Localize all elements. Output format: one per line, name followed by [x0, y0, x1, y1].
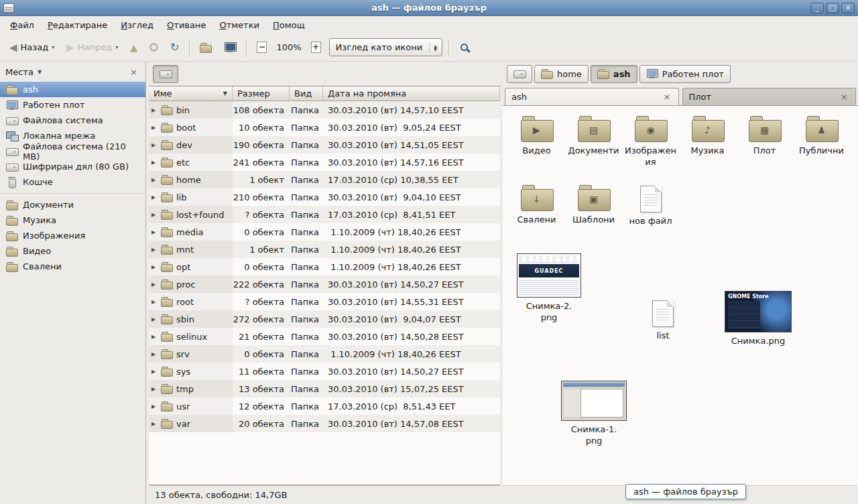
- sidebar-item[interactable]: Файлова система: [0, 113, 145, 128]
- table-row[interactable]: ▶ sbin 272 обекта Папка 30.03.2010 (вт) …: [149, 310, 500, 328]
- menu-item[interactable]: Помощ: [267, 17, 311, 33]
- breadcrumb-button[interactable]: home: [534, 65, 589, 83]
- column-header-size[interactable]: Размер: [233, 86, 290, 101]
- zoom-in-button[interactable]: +: [307, 38, 325, 56]
- maximize-button[interactable]: □: [826, 3, 839, 13]
- table-row[interactable]: ▶ bin 108 обекта Папка 30.03.2010 (вт) 1…: [149, 101, 500, 119]
- icon-view-item[interactable]: GUADEC Снимка-2. png: [512, 253, 586, 324]
- zoom-out-button[interactable]: −: [253, 38, 271, 56]
- expander-icon[interactable]: ▶: [151, 421, 158, 427]
- column-header-name[interactable]: Име ▼: [149, 86, 233, 101]
- icon-view-item[interactable]: ▶ Видео: [508, 115, 565, 168]
- icon-view-item[interactable]: ▣ Шаблони: [565, 184, 622, 227]
- chevron-down-icon[interactable]: ▼: [38, 69, 42, 75]
- sidebar-item[interactable]: Работен плот: [0, 97, 145, 113]
- expander-icon[interactable]: ▶: [151, 299, 158, 305]
- titlebar[interactable]: ash — файлов браузър _ □ ×: [0, 0, 858, 16]
- icon-view-item[interactable]: ↓ Свалени: [508, 184, 565, 227]
- table-row[interactable]: ▶ var 20 обекта Папка 30.03.2010 (вт) 14…: [149, 415, 500, 432]
- expander-icon[interactable]: ▶: [151, 142, 158, 148]
- sidebar-item[interactable]: Свалени: [0, 259, 145, 274]
- breadcrumb-button[interactable]: ash: [591, 65, 637, 83]
- icon-view[interactable]: ▶ Видео ▤ Документи: [503, 105, 858, 485]
- table-row[interactable]: ▶ srv 0 обекта Папка 1.10.2009 (чт) 18,4…: [149, 345, 500, 363]
- expander-icon[interactable]: ▶: [151, 281, 158, 288]
- expander-icon[interactable]: ▶: [151, 316, 158, 322]
- table-row[interactable]: ▶ usr 12 обекта Папка 17.03.2010 (ср) 8,…: [149, 397, 500, 415]
- expander-icon[interactable]: ▶: [151, 125, 158, 131]
- table-row[interactable]: ▶ proc 222 обекта Папка 30.03.2010 (вт) …: [149, 275, 500, 293]
- table-row[interactable]: ▶ dev 190 обекта Папка 30.03.2010 (вт) 1…: [149, 136, 500, 153]
- menu-item[interactable]: Отметки: [214, 17, 266, 33]
- tab-close-icon[interactable]: ×: [839, 92, 849, 102]
- tab-close-icon[interactable]: ×: [662, 92, 672, 102]
- reload-button[interactable]: ↻: [166, 40, 183, 56]
- back-button[interactable]: ◀ Назад ▾: [5, 39, 58, 56]
- menu-item[interactable]: Файл: [4, 17, 40, 33]
- column-header-type[interactable]: Вид: [290, 86, 323, 101]
- search-button[interactable]: [455, 39, 473, 56]
- sidebar-item[interactable]: Шифриран дял (80 GB): [0, 159, 145, 174]
- icon-view-item[interactable]: ▦ Плот: [736, 115, 793, 168]
- menu-item[interactable]: Изглед: [115, 17, 160, 33]
- forward-button[interactable]: ▶ Напред ▾: [62, 39, 122, 56]
- table-row[interactable]: ▶ mnt 1 обект Папка 1.10.2009 (чт) 18,40…: [149, 241, 500, 258]
- expander-icon[interactable]: ▶: [151, 403, 158, 410]
- table-row[interactable]: ▶ sys 11 обекта Папка 30.03.2010 (вт) 14…: [149, 363, 500, 380]
- menu-item[interactable]: Отиване: [161, 17, 212, 33]
- table-row[interactable]: ▶ lib 210 обекта Папка 30.03.2010 (вт) 9…: [149, 188, 500, 206]
- table-row[interactable]: ▶ boot 10 обекта Папка 30.03.2010 (вт) 9…: [149, 119, 500, 136]
- table-row[interactable]: ▶ tmp 13 обекта Папка 30.03.2010 (вт) 15…: [149, 380, 500, 397]
- expander-icon[interactable]: ▶: [151, 386, 158, 392]
- table-row[interactable]: ▶ etc 241 обекта Папка 30.03.2010 (вт) 1…: [149, 153, 500, 171]
- expander-icon[interactable]: ▶: [151, 177, 158, 183]
- tab[interactable]: Плот ×: [682, 88, 857, 105]
- combo-spinner-icon[interactable]: ▲▼: [429, 42, 438, 53]
- computer-button[interactable]: [220, 39, 240, 56]
- table-row[interactable]: ▶ selinux 21 обекта Папка 30.03.2010 (вт…: [149, 328, 500, 345]
- expander-icon[interactable]: ▶: [151, 160, 158, 166]
- tab[interactable]: ash ×: [505, 88, 679, 105]
- breadcrumb-button[interactable]: [507, 65, 532, 83]
- up-button[interactable]: ▲: [126, 40, 141, 56]
- icon-view-item[interactable]: ▤ Документи: [565, 115, 622, 168]
- breadcrumb-button[interactable]: Работен плот: [639, 65, 731, 83]
- menu-item[interactable]: Редактиране: [42, 17, 113, 33]
- icon-view-item[interactable]: Снимка-1. png: [556, 381, 631, 447]
- icon-view-item[interactable]: ♟ Публични: [793, 115, 850, 168]
- column-header-modified[interactable]: Дата на промяна: [323, 86, 500, 101]
- sidebar-close-icon[interactable]: ×: [127, 66, 140, 78]
- expander-icon[interactable]: ▶: [151, 351, 158, 357]
- icon-view-item[interactable]: ♪ Музика: [679, 115, 736, 168]
- sidebar-item[interactable]: Изображения: [0, 228, 145, 243]
- close-button[interactable]: ×: [841, 3, 855, 13]
- expander-icon[interactable]: ▶: [151, 194, 158, 200]
- sidebar-item[interactable]: Файлова система (210 MB): [0, 143, 145, 159]
- breadcrumb-root-button[interactable]: [153, 65, 178, 83]
- icon-view-item[interactable]: нов файл: [622, 184, 679, 227]
- table-row[interactable]: ▶ opt 0 обекта Папка 1.10.2009 (чт) 18,4…: [149, 258, 500, 275]
- stop-button[interactable]: [145, 40, 162, 55]
- home-button[interactable]: [196, 39, 216, 56]
- expander-icon[interactable]: ▶: [151, 107, 158, 113]
- table-row[interactable]: ▶ root ? обекта Папка 30.03.2010 (вт) 14…: [149, 293, 500, 310]
- expander-icon[interactable]: ▶: [151, 264, 158, 270]
- expander-icon[interactable]: ▶: [151, 369, 158, 375]
- expander-icon[interactable]: ▶: [151, 334, 158, 340]
- icon-view-item[interactable]: ◉ Изображен ия: [622, 115, 679, 168]
- sidebar-item[interactable]: Кошче: [0, 174, 145, 190]
- table-row[interactable]: ▶ home 1 обект Папка 17.03.2010 (ср) 10,…: [149, 171, 500, 188]
- table-row[interactable]: ▶ lost+found ? обекта Папка 17.03.2010 (…: [149, 206, 500, 223]
- sidebar-item[interactable]: Музика: [0, 212, 145, 228]
- sidebar-item[interactable]: Видео: [0, 243, 145, 259]
- minimize-button[interactable]: _: [810, 3, 824, 13]
- expander-icon[interactable]: ▶: [151, 229, 158, 235]
- chevron-down-icon[interactable]: ▾: [52, 44, 54, 50]
- expander-icon[interactable]: ▶: [151, 247, 158, 253]
- icon-view-item[interactable]: GNOME Store Снимка.png: [719, 291, 798, 347]
- table-row[interactable]: ▶ media 0 обекта Папка 1.10.2009 (чт) 18…: [149, 223, 500, 241]
- icon-view-item[interactable]: list: [639, 300, 686, 342]
- sidebar-title[interactable]: Места: [5, 67, 34, 77]
- sidebar-item[interactable]: Документи: [0, 197, 145, 212]
- sidebar-item[interactable]: ash: [0, 82, 145, 97]
